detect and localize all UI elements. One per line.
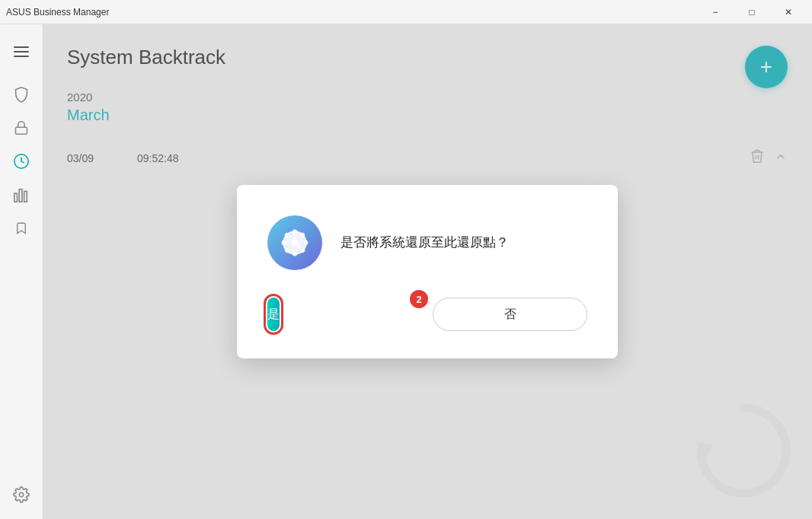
close-button[interactable]: ✕ bbox=[771, 0, 806, 24]
sidebar-item-lock[interactable] bbox=[6, 113, 37, 143]
svg-rect-0 bbox=[14, 46, 29, 48]
svg-rect-1 bbox=[14, 51, 29, 53]
sidebar-bottom bbox=[6, 479, 37, 510]
dialog-top: 是否將系統還原至此還原點？ bbox=[267, 215, 587, 270]
titlebar: ASUS Business Manager − □ ✕ bbox=[0, 0, 812, 24]
confirm-yes-button[interactable]: 是 bbox=[267, 298, 280, 331]
dialog-icon bbox=[267, 215, 322, 270]
sidebar-item-backtrack[interactable] bbox=[6, 146, 37, 177]
dialog-overlay: 是否將系統還原至此還原點？ 是 2 否 bbox=[43, 24, 812, 519]
sidebar-item-security[interactable] bbox=[6, 79, 37, 110]
svg-rect-3 bbox=[15, 127, 27, 134]
app-container: System Backtrack 2020 March 03/09 09:52:… bbox=[0, 24, 812, 519]
svg-rect-6 bbox=[19, 189, 22, 202]
minimize-button[interactable]: − bbox=[698, 0, 733, 24]
svg-rect-7 bbox=[24, 191, 27, 202]
sidebar-nav bbox=[6, 79, 37, 479]
app-title: ASUS Business Manager bbox=[6, 7, 109, 18]
sidebar bbox=[0, 24, 43, 519]
confirmation-dialog: 是否將系統還原至此還原點？ 是 2 否 bbox=[237, 185, 618, 358]
maximize-button[interactable]: □ bbox=[734, 0, 769, 24]
menu-icon[interactable] bbox=[6, 37, 37, 67]
dialog-buttons: 是 2 否 bbox=[267, 298, 587, 331]
confirm-no-button[interactable]: 否 bbox=[433, 298, 587, 331]
svg-rect-5 bbox=[14, 193, 17, 202]
settings-icon[interactable] bbox=[6, 479, 37, 510]
sidebar-item-stats[interactable] bbox=[6, 180, 37, 210]
dialog-message: 是否將系統還原至此還原點？ bbox=[340, 233, 509, 253]
window-controls: − □ ✕ bbox=[698, 0, 806, 24]
sidebar-item-bookmark[interactable] bbox=[6, 213, 37, 244]
step-badge: 2 bbox=[410, 290, 428, 308]
main-content: System Backtrack 2020 March 03/09 09:52:… bbox=[43, 24, 812, 519]
svg-rect-2 bbox=[14, 56, 29, 57]
svg-point-8 bbox=[19, 492, 24, 497]
